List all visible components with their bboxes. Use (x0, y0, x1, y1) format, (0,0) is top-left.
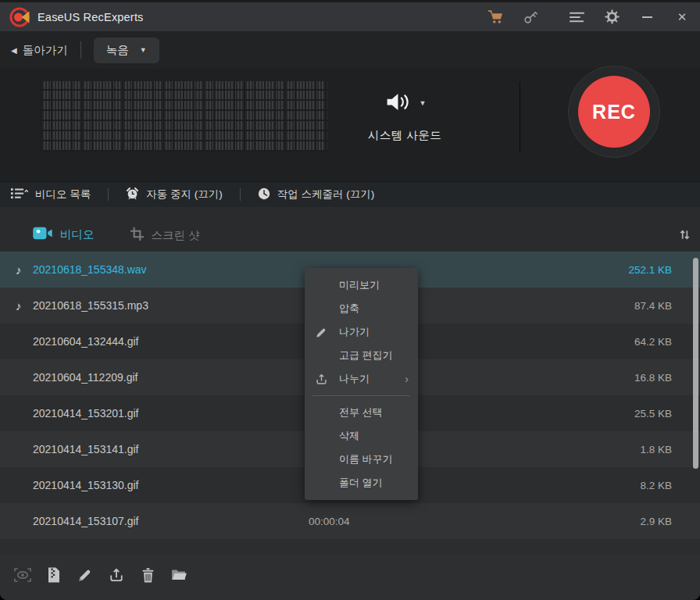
chevron-down-icon: ▼ (420, 99, 427, 107)
sort-icon[interactable] (679, 229, 691, 244)
music-note-icon: ♪ (16, 299, 33, 312)
menu-item-icon (316, 373, 339, 385)
app-window: EaseUS RecExperts (0, 0, 700, 600)
titlebar: EaseUS RecExperts (0, 2, 700, 31)
menu-item-label: 삭제 (339, 429, 359, 443)
menu-item-label: 이름 바꾸기 (339, 452, 393, 466)
list-icon (11, 188, 28, 202)
context-menu-item[interactable]: 나가기 (305, 320, 418, 344)
context-menu-item[interactable]: 이름 바꾸기 (305, 448, 418, 471)
subtab-label: 비디오 (60, 227, 95, 242)
rec-button[interactable]: REC (578, 76, 650, 148)
file-size: 252.1 KB (628, 264, 672, 276)
edit-pen-icon[interactable] (75, 565, 95, 585)
speaker-icon (384, 90, 413, 117)
file-name: 20210604_112209.gif (33, 371, 138, 384)
bottom-toolbar (0, 555, 700, 600)
navbar: ◀ 돌아가기 녹음 ▼ (0, 31, 700, 69)
file-row[interactable]: 20210414_153107.gif 00:00:04 2.9 KB (0, 503, 700, 539)
file-size: 2.9 KB (640, 516, 672, 527)
file-list: ♪ 20210618_155348.wav 252.1 KB ♪ 2021061… (0, 252, 700, 555)
audio-visualizer (41, 81, 328, 152)
sound-source-label: 시스템 사운드 (350, 128, 459, 143)
divider (240, 188, 241, 201)
file-name: 20210414_153201.gif (33, 407, 138, 420)
file-name: 20210618_155348.wav (33, 263, 147, 276)
subtab-label: 스크린 샷 (152, 228, 200, 243)
settings-gear-icon[interactable] (603, 9, 620, 26)
app-title: EaseUS RecExperts (38, 11, 144, 23)
menu-item-label: 고급 편집기 (339, 348, 393, 362)
menu-item-label: 전부 선택 (339, 405, 383, 420)
context-menu-item[interactable]: 폴더 열기 (305, 471, 418, 495)
menu-item-label: 미리보기 (339, 278, 380, 292)
clock-icon (258, 188, 270, 202)
sound-source-selector[interactable]: ▼ 시스템 사운드 (350, 86, 459, 143)
tab-label: 비디오 목록 (35, 188, 91, 202)
tab-label: 작업 스케줄러 (끄기) (277, 188, 375, 202)
menu-item-label: 압축 (339, 302, 359, 316)
context-menu-item[interactable]: 고급 편집기 (305, 344, 418, 367)
mode-label: 녹음 (106, 43, 129, 58)
recorder-panel: ▼ 시스템 사운드 REC (0, 69, 700, 181)
file-size: 1.8 KB (640, 444, 672, 455)
file-name: 20210414_153130.gif (33, 479, 138, 491)
file-size: 64.2 KB (634, 336, 672, 348)
divider (108, 188, 109, 201)
tab-task-scheduler[interactable]: 작업 스케줄러 (끄기) (258, 188, 375, 202)
compress-zip-icon[interactable] (44, 565, 64, 585)
tab-label: 자동 중지 (끄기) (146, 188, 223, 202)
file-name: 20210414_153141.gif (33, 443, 138, 455)
video-camera-icon (33, 226, 52, 243)
preview-eye-icon[interactable] (12, 565, 33, 585)
back-button[interactable]: ◀ 돌아가기 (11, 43, 68, 58)
chevron-down-icon: ▼ (140, 46, 147, 54)
menu-icon[interactable] (568, 9, 585, 26)
context-menu: 미리보기 압축 나가기 고급 편집기 나누기 › 전부 선택 삭제 이름 바꾸기… (305, 268, 418, 500)
scrollbar-thumb[interactable] (693, 258, 698, 469)
context-menu-item[interactable]: 삭제 (305, 424, 418, 448)
submenu-arrow-icon: › (405, 373, 409, 384)
tab-video-list[interactable]: 비디오 목록 (11, 188, 91, 202)
alarm-clock-icon (126, 187, 139, 202)
open-folder-icon[interactable] (169, 565, 189, 585)
menu-item-label: 나가기 (339, 325, 370, 339)
context-menu-item[interactable]: 미리보기 (305, 273, 418, 297)
divider (520, 82, 520, 152)
crop-icon (130, 227, 144, 243)
back-label: 돌아가기 (23, 43, 68, 58)
menu-divider (312, 395, 410, 396)
menu-item-label: 나누기 (339, 372, 370, 386)
divider (80, 41, 81, 59)
context-menu-item[interactable]: 나누기 › (305, 367, 418, 391)
delete-trash-icon[interactable] (138, 565, 158, 585)
subtab-bar: 비디오 스크린 샷 (0, 207, 700, 252)
file-name: 20210604_132444.gif (33, 335, 138, 348)
file-name: 20210618_155315.mp3 (33, 299, 148, 312)
menu-item-icon (316, 327, 339, 338)
context-menu-item[interactable]: 전부 선택 (305, 401, 418, 424)
close-icon[interactable]: ✕ (673, 9, 691, 26)
file-size: 25.5 KB (634, 408, 672, 420)
rec-button-ring: REC (568, 66, 660, 158)
file-name: 20210414_153107.gif (33, 515, 138, 527)
file-duration: 00:00:04 (309, 516, 350, 527)
tabbar: 비디오 목록 자동 중지 (끄기) 작업 스케줄러 (끄 (0, 181, 700, 207)
music-note-icon: ♪ (16, 263, 33, 277)
subtab-screenshot[interactable]: 스크린 샷 (130, 227, 200, 243)
mode-dropdown[interactable]: 녹음 ▼ (94, 38, 159, 63)
minimize-icon[interactable] (638, 9, 655, 26)
subtab-video[interactable]: 비디오 (33, 226, 95, 243)
file-size: 8.2 KB (640, 480, 672, 491)
file-size: 87.4 KB (634, 300, 672, 312)
back-arrow-icon: ◀ (11, 46, 17, 55)
tab-auto-stop[interactable]: 자동 중지 (끄기) (126, 187, 223, 202)
app-logo-icon (9, 7, 30, 27)
context-menu-item[interactable]: 압축 (305, 297, 418, 320)
file-row-partial (0, 539, 700, 555)
menu-item-label: 폴더 열기 (339, 476, 383, 490)
key-icon[interactable] (522, 9, 539, 26)
cart-icon[interactable] (487, 9, 504, 26)
share-upload-icon[interactable] (106, 565, 127, 585)
file-size: 16.8 KB (634, 372, 672, 384)
